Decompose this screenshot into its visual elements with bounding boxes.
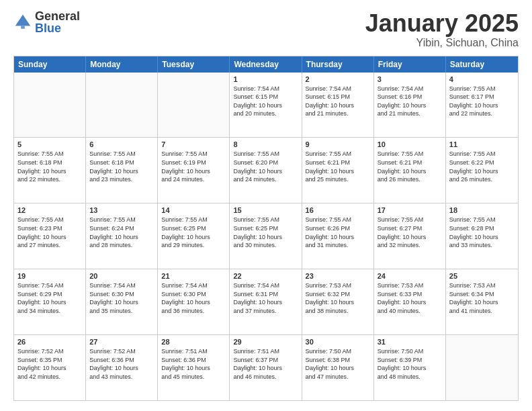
cell-info: Sunrise: 7:54 AMSunset: 6:29 PMDaylight:… xyxy=(17,281,82,315)
cell-info: Sunrise: 7:52 AMSunset: 6:35 PMDaylight:… xyxy=(17,347,82,381)
day-number: 29 xyxy=(233,338,298,346)
cal-cell-r3-c1: 20Sunrise: 7:54 AMSunset: 6:30 PMDayligh… xyxy=(86,269,158,334)
cal-cell-r1-c0: 5Sunrise: 7:55 AMSunset: 6:18 PMDaylight… xyxy=(14,138,86,203)
svg-marker-0 xyxy=(15,15,30,26)
cal-cell-r3-c5: 24Sunrise: 7:53 AMSunset: 6:33 PMDayligh… xyxy=(374,269,446,334)
cell-info: Sunrise: 7:54 AMSunset: 6:15 PMDaylight:… xyxy=(233,85,298,118)
day-number: 31 xyxy=(378,338,442,346)
cell-info: Sunrise: 7:55 AMSunset: 6:25 PMDaylight:… xyxy=(161,216,226,249)
cell-info: Sunrise: 7:54 AMSunset: 6:30 PMDaylight:… xyxy=(89,281,154,315)
day-number: 21 xyxy=(161,272,226,280)
day-number: 18 xyxy=(449,206,515,214)
day-number: 9 xyxy=(306,140,370,148)
cal-cell-r3-c0: 19Sunrise: 7:54 AMSunset: 6:29 PMDayligh… xyxy=(14,269,86,334)
day-number: 10 xyxy=(378,140,442,148)
calendar-row-1: 5Sunrise: 7:55 AMSunset: 6:18 PMDaylight… xyxy=(14,137,518,203)
cal-cell-r1-c2: 7Sunrise: 7:55 AMSunset: 6:19 PMDaylight… xyxy=(158,138,230,203)
day-number: 1 xyxy=(233,75,298,83)
header-day-sunday: Sunday xyxy=(14,56,86,73)
calendar-row-2: 12Sunrise: 7:55 AMSunset: 6:23 PMDayligh… xyxy=(14,203,518,269)
cell-info: Sunrise: 7:54 AMSunset: 6:30 PMDaylight:… xyxy=(161,281,226,315)
header-day-thursday: Thursday xyxy=(302,56,374,73)
logo-blue-text: Blue xyxy=(35,22,80,34)
cal-cell-r0-c4: 2Sunrise: 7:54 AMSunset: 6:15 PMDaylight… xyxy=(302,73,374,138)
day-number: 5 xyxy=(17,140,82,148)
cell-info: Sunrise: 7:55 AMSunset: 6:24 PMDaylight:… xyxy=(89,216,154,249)
cell-info: Sunrise: 7:50 AMSunset: 6:38 PMDaylight:… xyxy=(306,347,370,381)
cell-info: Sunrise: 7:55 AMSunset: 6:20 PMDaylight:… xyxy=(233,150,298,183)
day-number: 23 xyxy=(306,272,370,280)
cal-cell-r4-c5: 31Sunrise: 7:50 AMSunset: 6:39 PMDayligh… xyxy=(374,335,446,400)
cal-cell-r2-c2: 14Sunrise: 7:55 AMSunset: 6:25 PMDayligh… xyxy=(158,203,230,269)
day-number: 20 xyxy=(89,272,154,280)
day-number: 4 xyxy=(449,75,515,83)
cal-cell-r4-c6 xyxy=(446,335,518,400)
cell-info: Sunrise: 7:55 AMSunset: 6:26 PMDaylight:… xyxy=(306,216,370,249)
cell-info: Sunrise: 7:53 AMSunset: 6:34 PMDaylight:… xyxy=(449,281,515,315)
calendar-body: 1Sunrise: 7:54 AMSunset: 6:15 PMDaylight… xyxy=(14,73,518,400)
cal-cell-r4-c4: 30Sunrise: 7:50 AMSunset: 6:38 PMDayligh… xyxy=(302,335,374,400)
cell-info: Sunrise: 7:52 AMSunset: 6:36 PMDaylight:… xyxy=(89,347,154,381)
cal-cell-r3-c2: 21Sunrise: 7:54 AMSunset: 6:30 PMDayligh… xyxy=(158,269,230,334)
cell-info: Sunrise: 7:53 AMSunset: 6:32 PMDaylight:… xyxy=(306,281,370,315)
cal-cell-r1-c3: 8Sunrise: 7:55 AMSunset: 6:20 PMDaylight… xyxy=(230,138,302,203)
calendar-row-4: 26Sunrise: 7:52 AMSunset: 6:35 PMDayligh… xyxy=(14,334,518,400)
cal-cell-r2-c4: 16Sunrise: 7:55 AMSunset: 6:26 PMDayligh… xyxy=(302,203,374,269)
day-number: 26 xyxy=(17,338,82,346)
header-day-tuesday: Tuesday xyxy=(158,56,230,73)
day-number: 2 xyxy=(306,75,370,83)
day-number: 24 xyxy=(378,272,442,280)
calendar: SundayMondayTuesdayWednesdayThursdayFrid… xyxy=(13,56,519,401)
cell-info: Sunrise: 7:50 AMSunset: 6:39 PMDaylight:… xyxy=(378,347,442,381)
calendar-header: SundayMondayTuesdayWednesdayThursdayFrid… xyxy=(14,56,518,73)
cal-cell-r2-c5: 17Sunrise: 7:55 AMSunset: 6:27 PMDayligh… xyxy=(374,203,446,269)
cell-info: Sunrise: 7:55 AMSunset: 6:23 PMDaylight:… xyxy=(17,216,82,249)
cell-info: Sunrise: 7:55 AMSunset: 6:18 PMDaylight:… xyxy=(17,150,82,183)
day-number: 19 xyxy=(17,272,82,280)
cell-info: Sunrise: 7:55 AMSunset: 6:18 PMDaylight:… xyxy=(89,150,154,183)
cell-info: Sunrise: 7:53 AMSunset: 6:33 PMDaylight:… xyxy=(378,281,442,315)
cell-info: Sunrise: 7:54 AMSunset: 6:16 PMDaylight:… xyxy=(378,85,442,118)
cal-cell-r4-c2: 28Sunrise: 7:51 AMSunset: 6:36 PMDayligh… xyxy=(158,335,230,400)
header-day-saturday: Saturday xyxy=(446,56,518,73)
day-number: 17 xyxy=(378,206,442,214)
logo-text: General Blue xyxy=(35,10,80,34)
cell-info: Sunrise: 7:55 AMSunset: 6:21 PMDaylight:… xyxy=(306,150,370,183)
cal-cell-r1-c5: 10Sunrise: 7:55 AMSunset: 6:21 PMDayligh… xyxy=(374,138,446,203)
cal-cell-r3-c6: 25Sunrise: 7:53 AMSunset: 6:34 PMDayligh… xyxy=(446,269,518,334)
cal-cell-r4-c1: 27Sunrise: 7:52 AMSunset: 6:36 PMDayligh… xyxy=(86,335,158,400)
calendar-row-3: 19Sunrise: 7:54 AMSunset: 6:29 PMDayligh… xyxy=(14,269,518,334)
cell-info: Sunrise: 7:55 AMSunset: 6:21 PMDaylight:… xyxy=(378,150,442,183)
cal-cell-r2-c6: 18Sunrise: 7:55 AMSunset: 6:28 PMDayligh… xyxy=(446,203,518,269)
calendar-row-0: 1Sunrise: 7:54 AMSunset: 6:15 PMDaylight… xyxy=(14,73,518,138)
day-number: 14 xyxy=(161,206,226,214)
cal-cell-r2-c1: 13Sunrise: 7:55 AMSunset: 6:24 PMDayligh… xyxy=(86,203,158,269)
cal-cell-r0-c1 xyxy=(86,73,158,138)
cal-cell-r3-c3: 22Sunrise: 7:54 AMSunset: 6:31 PMDayligh… xyxy=(230,269,302,334)
header-day-monday: Monday xyxy=(86,56,158,73)
cell-info: Sunrise: 7:55 AMSunset: 6:22 PMDaylight:… xyxy=(449,150,515,183)
cal-cell-r4-c0: 26Sunrise: 7:52 AMSunset: 6:35 PMDayligh… xyxy=(14,335,86,400)
cal-cell-r0-c5: 3Sunrise: 7:54 AMSunset: 6:16 PMDaylight… xyxy=(374,73,446,138)
day-number: 30 xyxy=(306,338,370,346)
day-number: 7 xyxy=(161,140,226,148)
page: General Blue January 2025 Yibin, Sichuan… xyxy=(0,0,532,411)
svg-rect-1 xyxy=(21,26,25,29)
header-day-wednesday: Wednesday xyxy=(230,56,302,73)
day-number: 16 xyxy=(306,206,370,214)
day-number: 15 xyxy=(233,206,298,214)
month-title: January 2025 xyxy=(365,10,519,37)
cell-info: Sunrise: 7:51 AMSunset: 6:36 PMDaylight:… xyxy=(161,347,226,381)
logo-general-text: General xyxy=(35,10,80,22)
day-number: 27 xyxy=(89,338,154,346)
cal-cell-r2-c3: 15Sunrise: 7:55 AMSunset: 6:25 PMDayligh… xyxy=(230,203,302,269)
cell-info: Sunrise: 7:55 AMSunset: 6:28 PMDaylight:… xyxy=(449,216,515,249)
header-day-friday: Friday xyxy=(374,56,446,73)
day-number: 13 xyxy=(89,206,154,214)
cal-cell-r1-c4: 9Sunrise: 7:55 AMSunset: 6:21 PMDaylight… xyxy=(302,138,374,203)
header: General Blue January 2025 Yibin, Sichuan… xyxy=(13,10,519,49)
cal-cell-r0-c0 xyxy=(14,73,86,138)
cal-cell-r1-c1: 6Sunrise: 7:55 AMSunset: 6:18 PMDaylight… xyxy=(86,138,158,203)
cal-cell-r4-c3: 29Sunrise: 7:51 AMSunset: 6:37 PMDayligh… xyxy=(230,335,302,400)
day-number: 22 xyxy=(233,272,298,280)
